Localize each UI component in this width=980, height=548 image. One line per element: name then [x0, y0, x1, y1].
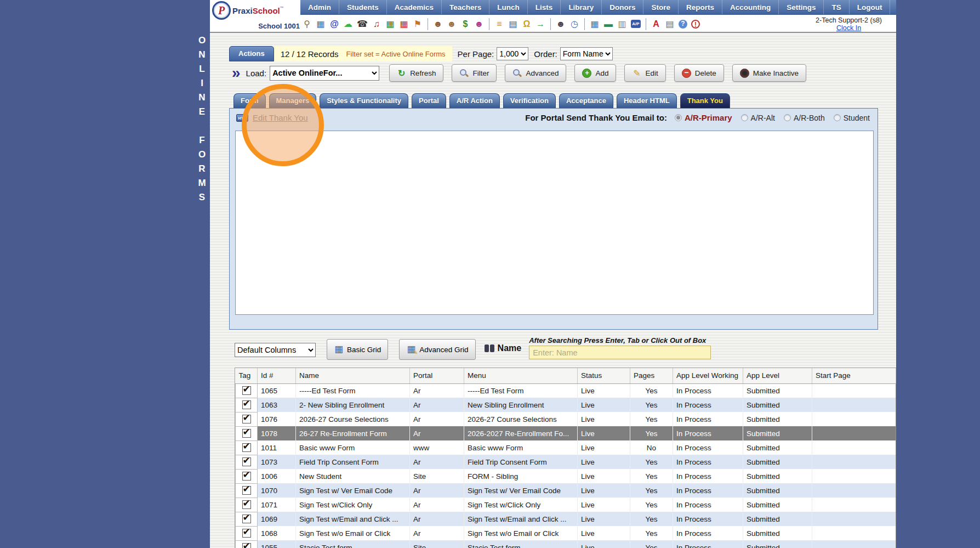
column-header-app-level-working[interactable]: App Level Working: [673, 368, 743, 383]
announcement-icon[interactable]: ⚑: [413, 19, 423, 29]
expand-load-button[interactable]: [232, 66, 241, 80]
column-header-menu[interactable]: Menu: [464, 368, 578, 383]
tag-checkbox[interactable]: ✔: [242, 486, 251, 495]
tag-checkbox[interactable]: ✔: [242, 543, 251, 548]
radio-button[interactable]: [834, 114, 841, 121]
grid-icon[interactable]: ▦: [590, 19, 600, 29]
tag-checkbox[interactable]: ✔: [242, 529, 251, 538]
column-header-start-page[interactable]: Start Page: [812, 368, 896, 383]
filter-button[interactable]: Filter: [452, 64, 497, 82]
print-icon[interactable]: ▤: [665, 19, 675, 29]
columns-select[interactable]: Default Columns: [235, 343, 316, 357]
radio-button[interactable]: [675, 114, 682, 121]
sound-icon[interactable]: ♫: [372, 19, 381, 29]
search-icon[interactable]: ⚲: [302, 19, 312, 29]
nav-item-academics[interactable]: Academics: [387, 0, 442, 14]
email-icon[interactable]: @: [329, 19, 339, 29]
table-row[interactable]: ✔107826-27 Re-Enrollment FormAr2026-2027…: [236, 426, 896, 440]
add-button[interactable]: Add: [574, 64, 616, 82]
delete-button[interactable]: Delete: [674, 64, 724, 82]
refresh-button[interactable]: Refresh: [389, 64, 443, 82]
thank-you-editor-area[interactable]: [235, 131, 874, 315]
nav-item-reports[interactable]: Reports: [679, 0, 722, 14]
column-header-portal[interactable]: Portal: [410, 368, 464, 383]
tag-checkbox[interactable]: ✔: [242, 400, 251, 409]
column-header-status[interactable]: Status: [578, 368, 630, 383]
table-row[interactable]: ✔10632- New Sibling EnrollmentArNew Sibl…: [236, 398, 896, 412]
tag-checkbox[interactable]: ✔: [242, 429, 251, 438]
tab-thank-you[interactable]: Thank You: [680, 93, 730, 108]
notebook-icon[interactable]: ▤: [508, 19, 518, 29]
tag-checkbox[interactable]: ✔: [242, 415, 251, 423]
radio-option-a-r-both[interactable]: A/R-Both: [784, 114, 825, 122]
card-icon[interactable]: ▬: [603, 19, 613, 29]
calendar-grid-icon[interactable]: ▦: [316, 19, 326, 29]
tab-portal[interactable]: Portal: [412, 93, 446, 108]
advanced-grid-button[interactable]: Advanced Grid: [399, 339, 475, 360]
tag-checkbox[interactable]: ✔: [242, 457, 251, 466]
nav-item-lists[interactable]: Lists: [528, 0, 561, 14]
forward-icon[interactable]: →: [535, 19, 545, 29]
tag-checkbox[interactable]: ✔: [242, 386, 251, 395]
column-header-pages[interactable]: Pages: [630, 368, 673, 383]
edit-button[interactable]: Edit: [624, 64, 665, 82]
lunch-icon[interactable]: ≡: [494, 19, 504, 29]
tab-form[interactable]: Form: [233, 93, 266, 108]
order-select[interactable]: Form Name: [560, 47, 613, 60]
clock-in-link[interactable]: Clock In: [816, 24, 882, 32]
help-icon[interactable]: ?: [679, 20, 687, 29]
radio-option-student[interactable]: Student: [834, 114, 870, 122]
html-editor-icon[interactable]: HTM: [236, 114, 248, 122]
actions-button[interactable]: Actions: [229, 46, 274, 61]
radio-option-a-r-primary[interactable]: A/R-Primary: [675, 113, 732, 122]
table-row[interactable]: ✔1065-----Ed Test FormAr-----Ed Test For…: [236, 383, 896, 398]
register-icon[interactable]: ▥: [617, 19, 627, 29]
student-icon[interactable]: ☻: [447, 19, 457, 29]
radio-button[interactable]: [741, 114, 748, 121]
table-row[interactable]: ✔1011Basic www FormwwwBasic www FormLive…: [236, 440, 896, 455]
nav-item-students[interactable]: Students: [339, 0, 387, 14]
edit-thank-you-link[interactable]: Edit Thank You: [253, 113, 308, 122]
tab-acceptance[interactable]: Acceptance: [559, 93, 613, 108]
family-icon[interactable]: ☻: [474, 19, 484, 29]
column-header-app-level[interactable]: App Level: [743, 368, 812, 383]
column-header-id[interactable]: Id #: [258, 368, 296, 383]
nav-item-logout[interactable]: Logout: [850, 0, 891, 14]
table-row[interactable]: ✔1006New StudentSiteFORM - SiblingLiveYe…: [236, 469, 896, 483]
table-row[interactable]: ✔1070Sign Test w/ Ver Email CodeArSign T…: [236, 483, 896, 498]
money-icon[interactable]: $: [460, 19, 470, 29]
table-row[interactable]: ✔1071Sign Test w/Click OnlyArSign Test w…: [236, 498, 896, 512]
table-row[interactable]: ✔1073Field Trip Consent FormArField Trip…: [236, 455, 896, 469]
nav-item-store[interactable]: Store: [643, 0, 679, 14]
tab-a-r-action[interactable]: A/R Action: [449, 93, 500, 108]
table-row[interactable]: ✔1055Stacie Test formSiteStacie Test for…: [236, 540, 896, 548]
nav-item-settings[interactable]: Settings: [779, 0, 824, 14]
column-header-tag[interactable]: Tag: [236, 368, 258, 383]
tab-verification[interactable]: Verification: [503, 93, 556, 108]
nav-item-lunch[interactable]: Lunch: [489, 0, 528, 14]
nav-item-accounting[interactable]: Accounting: [722, 0, 779, 14]
alert-icon[interactable]: !: [691, 20, 700, 29]
calendar-icon[interactable]: ▦: [399, 19, 409, 29]
make-inactive-button[interactable]: Make Inactive: [732, 64, 806, 82]
add-student-icon[interactable]: ☻: [433, 19, 443, 29]
radio-button[interactable]: [784, 114, 791, 121]
nav-item-ts[interactable]: TS: [824, 0, 849, 14]
name-search-input[interactable]: [529, 346, 711, 359]
nav-item-teachers[interactable]: Teachers: [442, 0, 489, 14]
chat-icon[interactable]: ☁: [343, 19, 353, 29]
nav-item-admin[interactable]: Admin: [300, 0, 339, 14]
tag-checkbox[interactable]: ✔: [242, 500, 251, 509]
ap-icon[interactable]: A/P: [631, 20, 641, 28]
nav-item-library[interactable]: Library: [561, 0, 602, 14]
tag-checkbox[interactable]: ✔: [242, 443, 251, 452]
table-row[interactable]: ✔10762026-27 Course SelectionsAr2026-27 …: [236, 412, 896, 426]
per-page-select[interactable]: 1,000: [497, 47, 528, 60]
clock-icon[interactable]: ◷: [569, 19, 579, 29]
table-row[interactable]: ✔1069Sign Test w/Email and Click ...ArSi…: [236, 512, 896, 526]
staff-icon[interactable]: ☻: [556, 19, 566, 29]
table-row[interactable]: ✔1068Sign Test w/o Email or ClickArSign …: [236, 526, 896, 540]
tab-header-html[interactable]: Header HTML: [617, 93, 677, 108]
tag-checkbox[interactable]: ✔: [242, 472, 251, 481]
advanced-button[interactable]: Advanced: [505, 64, 566, 82]
